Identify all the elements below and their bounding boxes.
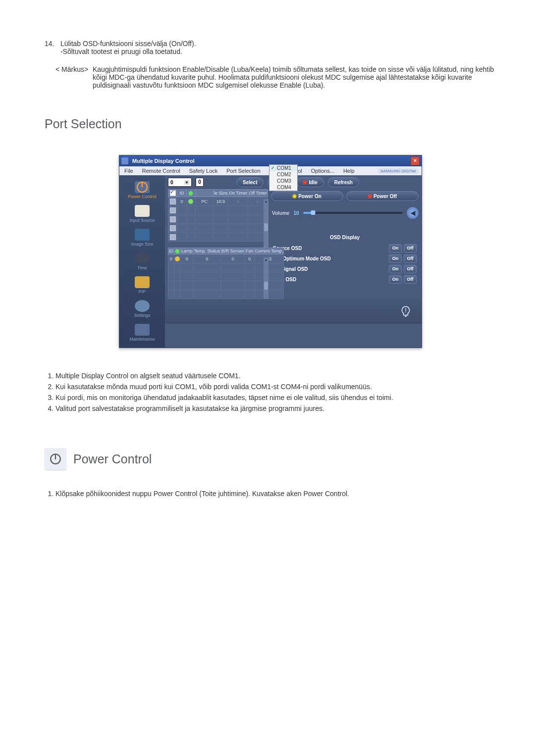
sidebar-label: Power Control bbox=[128, 194, 156, 199]
gear-icon bbox=[135, 300, 150, 312]
row-checkbox[interactable] bbox=[170, 207, 176, 213]
on-button[interactable]: On bbox=[389, 254, 402, 263]
osd-display-panel: OSD Display Source OSD OnOff Not Optimum… bbox=[271, 235, 419, 284]
status-dot-icon bbox=[303, 181, 307, 184]
port-menu-com4[interactable]: COM4 bbox=[269, 184, 297, 191]
power-control-icon bbox=[45, 448, 66, 470]
vertical-scrollbar[interactable]: ▴▾ bbox=[264, 199, 268, 251]
clock-icon bbox=[135, 252, 150, 264]
table-row bbox=[168, 233, 268, 242]
port-menu: ✓COM1 COM2 COM3 COM4 bbox=[269, 164, 298, 191]
value-a-dropdown[interactable]: 0 ▾ bbox=[168, 178, 192, 187]
row-checkbox[interactable] bbox=[170, 225, 176, 231]
sidebar-label: Image Size bbox=[131, 242, 153, 247]
refresh-button[interactable]: Refresh bbox=[328, 177, 359, 187]
row-checkbox[interactable] bbox=[170, 216, 176, 222]
list-item-14: 14. Lülitab OSD-funktsiooni sisse/välja … bbox=[45, 40, 495, 55]
table-row bbox=[168, 206, 268, 215]
on-button[interactable]: On bbox=[389, 265, 402, 273]
sidebar: Power Control Input Source Image Size Ti… bbox=[119, 175, 165, 348]
menu-options[interactable]: Options... bbox=[309, 167, 336, 174]
on-button[interactable]: On bbox=[389, 244, 402, 252]
lamp-status-icon bbox=[175, 256, 180, 261]
close-button[interactable]: × bbox=[411, 156, 420, 165]
svg-text:!: ! bbox=[405, 307, 407, 313]
table-row bbox=[168, 224, 268, 233]
right-panel: Power On Power Off Volume 10 ◀ OSD Displ… bbox=[271, 189, 419, 299]
port-menu-com3[interactable]: COM3 bbox=[269, 178, 297, 184]
sidebar-label: Input Source bbox=[129, 218, 155, 223]
sidebar-item-pip[interactable]: PIP bbox=[119, 274, 165, 298]
menu-help[interactable]: Help bbox=[341, 167, 357, 174]
power-control-notes: Klõpsake põhiikoonidest nuppu Power Cont… bbox=[55, 490, 495, 498]
power-off-button[interactable]: Power Off bbox=[346, 191, 419, 201]
app-icon bbox=[121, 157, 128, 164]
row-checkbox[interactable] bbox=[170, 234, 176, 240]
item-line2: -Sõltuvalt tootest ei pruugi olla toetat… bbox=[60, 48, 491, 55]
sidebar-label: Time bbox=[137, 265, 147, 270]
osd-title: OSD Display bbox=[273, 235, 417, 240]
sidebar-item-time[interactable]: Time bbox=[119, 251, 165, 274]
off-button[interactable]: Off bbox=[404, 265, 417, 273]
off-button[interactable]: Off bbox=[404, 275, 417, 284]
menu-file[interactable]: File bbox=[122, 167, 135, 174]
menu-remote-control[interactable]: Remote Control bbox=[140, 167, 182, 174]
pip-icon bbox=[135, 276, 150, 288]
note-item: Klõpsake põhiikoonidest nuppu Power Cont… bbox=[55, 490, 495, 498]
note-item: Multiple Display Control on algselt seat… bbox=[55, 372, 495, 380]
svg-rect-1 bbox=[142, 182, 143, 187]
sidebar-label: Maintenance bbox=[129, 337, 155, 342]
value-b-field[interactable]: 0 bbox=[196, 178, 204, 187]
sidebar-item-input-source[interactable]: Input Source bbox=[119, 203, 165, 227]
power-on-button[interactable]: Power On bbox=[271, 191, 343, 201]
osd-row-no-signal: No Signal OSD OnOff bbox=[273, 265, 417, 273]
port-menu-com1[interactable]: ✓COM1 bbox=[269, 165, 297, 171]
off-button[interactable]: Off bbox=[404, 244, 417, 252]
sidebar-item-power-control[interactable]: Power Control bbox=[119, 179, 165, 203]
speaker-icon[interactable]: ◀ bbox=[407, 207, 419, 219]
section-power-control: Power Control bbox=[45, 448, 495, 470]
item-number: 14. bbox=[45, 40, 58, 48]
section-port-selection: Port Selection bbox=[45, 117, 495, 131]
check-all-icon[interactable] bbox=[170, 190, 176, 196]
sidebar-label: Settings bbox=[134, 313, 151, 318]
note-block: < Märkus> Kaugjuhtimispuldi funktsioon E… bbox=[55, 65, 495, 89]
menu-port-selection[interactable]: Port Selection bbox=[224, 167, 262, 174]
main-panel: ✓COM1 COM2 COM3 COM4 0 ▾ 0 Select bbox=[165, 175, 422, 348]
select-button[interactable]: Select bbox=[236, 177, 264, 187]
sidebar-item-image-size[interactable]: Image Size bbox=[119, 227, 165, 251]
power-on-dot-icon bbox=[293, 195, 296, 198]
on-button[interactable]: On bbox=[389, 275, 402, 284]
display-table: ID ⬤ le Size On Timer Off Timer bbox=[168, 189, 268, 242]
app-screenshot: Multiple Display Control × File Remote C… bbox=[119, 155, 421, 348]
note-label: < Märkus> bbox=[55, 65, 93, 89]
check-icon: ✓ bbox=[271, 166, 275, 170]
osd-row-mdc: MDC OSD OnOff bbox=[273, 275, 417, 284]
row-checkbox[interactable] bbox=[170, 199, 176, 204]
dropdown-icon: ▾ bbox=[184, 180, 189, 185]
volume-label: Volume bbox=[272, 210, 289, 216]
table-row bbox=[168, 215, 268, 224]
volume-value: 10 bbox=[293, 210, 299, 216]
off-button[interactable]: Off bbox=[404, 254, 417, 263]
sidebar-item-settings[interactable]: Settings bbox=[119, 298, 165, 322]
osd-row-not-optimum: Not Optimum Mode OSD OnOff bbox=[273, 254, 417, 263]
volume-slider[interactable] bbox=[303, 212, 403, 214]
note-item: Kui kasutatakse mõnda muud porti kui COM… bbox=[55, 383, 495, 391]
osd-row-source: Source OSD OnOff bbox=[273, 244, 417, 252]
lamp-status-icon bbox=[188, 199, 193, 204]
table-row[interactable]: 0 PC 16:9 ○ ○ bbox=[168, 197, 268, 206]
menu-safety-lock[interactable]: Safety Lock bbox=[187, 167, 219, 174]
sidebar-item-maintenance[interactable]: Maintenance bbox=[119, 322, 165, 346]
note-item: Kui pordi, mis on monitoriga ühendatud j… bbox=[55, 394, 495, 402]
volume-control: Volume 10 ◀ bbox=[272, 207, 419, 219]
sidebar-label: PIP bbox=[139, 289, 146, 294]
source-icon bbox=[135, 205, 150, 217]
power-icon bbox=[135, 181, 150, 193]
item-line1: Lülitab OSD-funktsiooni sisse/välja (On/… bbox=[60, 40, 196, 48]
info-bulb-icon[interactable]: ! bbox=[399, 303, 413, 321]
idle-indicator: Idle bbox=[297, 177, 323, 187]
note-body: Kaugjuhtimispuldi funktsioon Enable/Disa… bbox=[93, 65, 495, 89]
port-menu-com2[interactable]: COM2 bbox=[269, 171, 297, 178]
svg-rect-5 bbox=[55, 454, 56, 459]
